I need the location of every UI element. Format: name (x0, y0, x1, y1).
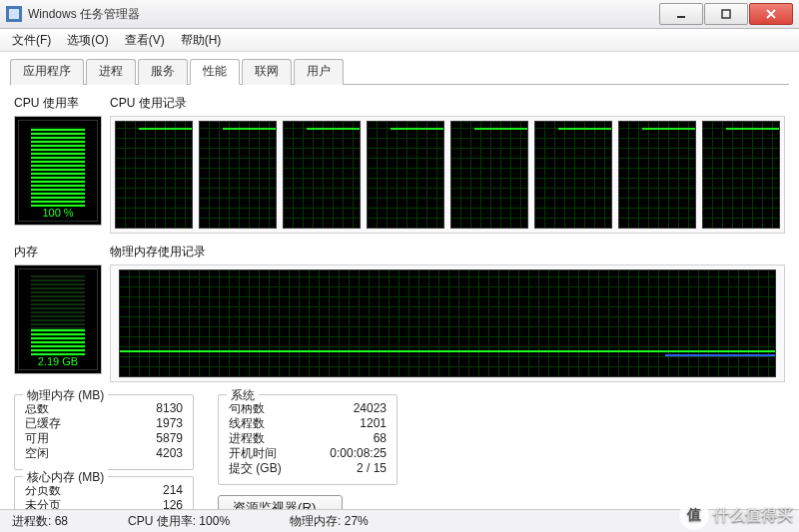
sys-uptime: 0:00:08:25 (330, 446, 387, 461)
group-physical-memory: 物理内存 (MB) 总数8130 已缓存1973 可用5879 空闲4203 (14, 394, 194, 470)
tab-services[interactable]: 服务 (138, 59, 188, 85)
menu-help[interactable]: 帮助(H) (173, 30, 230, 51)
cpu-core-chart (702, 121, 780, 229)
app-icon (6, 6, 22, 22)
cpu-gauge: 100 % (14, 116, 102, 226)
memory-value: 2.19 GB (19, 355, 97, 367)
sys-handles: 24023 (337, 401, 387, 416)
memory-history-chart (119, 269, 776, 377)
legend-system: 系统 (227, 387, 259, 404)
close-button[interactable] (749, 3, 793, 25)
sys-commit: 2 / 15 (337, 461, 387, 476)
svg-rect-1 (9, 9, 19, 19)
phys-available: 5879 (133, 431, 183, 446)
kernel-paged: 214 (133, 483, 183, 498)
label-cpu-history: CPU 使用记录 (110, 95, 785, 112)
status-memory: 物理内存: 27% (290, 513, 369, 530)
sys-threads: 1201 (337, 416, 387, 431)
legend-kernel: 核心内存 (MB) (23, 469, 108, 486)
legend-phys: 物理内存 (MB) (23, 387, 108, 404)
cpu-core-chart (450, 121, 528, 229)
phys-cached: 1973 (133, 416, 183, 431)
cpu-core-chart (115, 121, 193, 229)
tabstrip: 应用程序 进程 服务 性能 联网 用户 (10, 58, 789, 85)
tab-users[interactable]: 用户 (294, 59, 344, 85)
titlebar: Windows 任务管理器 (0, 0, 799, 29)
maximize-button[interactable] (704, 3, 748, 25)
svg-rect-3 (722, 10, 730, 18)
label-cpu-usage: CPU 使用率 (14, 95, 102, 112)
cpu-core-chart (283, 121, 361, 229)
label-memory: 内存 (14, 244, 102, 261)
group-system: 系统 句柄数24023 线程数1201 进程数68 开机时间0:00:08:25… (218, 394, 398, 485)
tab-applications[interactable]: 应用程序 (10, 59, 84, 85)
label-mem-history: 物理内存使用记录 (110, 244, 785, 261)
status-processes: 进程数: 68 (12, 513, 68, 530)
phys-total: 8130 (133, 401, 183, 416)
window-title: Windows 任务管理器 (28, 6, 658, 23)
cpu-percent: 100 % (19, 207, 97, 219)
menu-view[interactable]: 查看(V) (117, 30, 173, 51)
sys-proc: 68 (337, 431, 387, 446)
tab-networking[interactable]: 联网 (242, 59, 292, 85)
menu-options[interactable]: 选项(O) (59, 30, 116, 51)
cpu-history-charts (110, 116, 785, 234)
menu-file[interactable]: 文件(F) (4, 30, 59, 51)
minimize-button[interactable] (659, 3, 703, 25)
phys-free: 4203 (133, 446, 183, 461)
cpu-core-chart (534, 121, 612, 229)
cpu-core-chart (199, 121, 277, 229)
cpu-core-chart (367, 121, 444, 229)
cpu-core-chart (618, 121, 696, 229)
status-cpu: CPU 使用率: 100% (128, 513, 230, 530)
tab-processes[interactable]: 进程 (86, 59, 136, 85)
memory-gauge: 2.19 GB (14, 265, 102, 374)
menubar: 文件(F) 选项(O) 查看(V) 帮助(H) (0, 29, 799, 52)
statusbar: 进程数: 68 CPU 使用率: 100% 物理内存: 27% (0, 509, 799, 532)
tab-performance[interactable]: 性能 (190, 59, 240, 85)
